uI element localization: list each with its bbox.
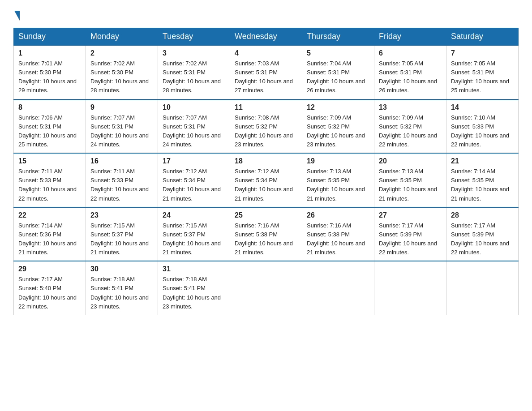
day-number: 27 (379, 211, 442, 219)
day-cell: 26 Sunrise: 7:16 AMSunset: 5:38 PMDaylig… (302, 207, 374, 261)
day-number: 15 (18, 157, 81, 165)
day-cell: 3 Sunrise: 7:02 AMSunset: 5:31 PMDayligh… (158, 45, 230, 99)
day-info: Sunrise: 7:07 AMSunset: 5:31 PMDaylight:… (163, 114, 221, 148)
day-info: Sunrise: 7:13 AMSunset: 5:35 PMDaylight:… (379, 168, 437, 201)
day-number: 21 (451, 157, 514, 165)
day-info: Sunrise: 7:15 AMSunset: 5:37 PMDaylight:… (163, 222, 221, 256)
day-info: Sunrise: 7:16 AMSunset: 5:38 PMDaylight:… (235, 222, 293, 256)
day-number: 6 (379, 49, 442, 57)
day-number: 4 (235, 49, 297, 57)
day-cell: 4 Sunrise: 7:03 AMSunset: 5:31 PMDayligh… (230, 45, 302, 99)
day-info: Sunrise: 7:02 AMSunset: 5:31 PMDaylight:… (163, 60, 221, 94)
day-number: 25 (235, 211, 297, 219)
day-cell: 17 Sunrise: 7:12 AMSunset: 5:34 PMDaylig… (158, 153, 230, 207)
week-row: 1 Sunrise: 7:01 AMSunset: 5:30 PMDayligh… (14, 45, 519, 99)
day-cell: 2 Sunrise: 7:02 AMSunset: 5:30 PMDayligh… (86, 45, 158, 99)
day-info: Sunrise: 7:17 AMSunset: 5:39 PMDaylight:… (379, 222, 437, 256)
day-cell: 21 Sunrise: 7:14 AMSunset: 5:35 PMDaylig… (446, 153, 519, 207)
week-row: 29 Sunrise: 7:17 AMSunset: 5:40 PMDaylig… (14, 261, 519, 315)
day-info: Sunrise: 7:18 AMSunset: 5:41 PMDaylight:… (90, 276, 149, 309)
day-of-week-header: Saturday (446, 28, 519, 46)
day-cell: 11 Sunrise: 7:08 AMSunset: 5:32 PMDaylig… (230, 99, 302, 154)
day-info: Sunrise: 7:05 AMSunset: 5:31 PMDaylight:… (379, 60, 437, 94)
day-number: 16 (90, 157, 153, 165)
week-row: 22 Sunrise: 7:14 AMSunset: 5:36 PMDaylig… (14, 207, 519, 261)
day-header-row: SundayMondayTuesdayWednesdayThursdayFrid… (14, 28, 519, 46)
day-cell: 1 Sunrise: 7:01 AMSunset: 5:30 PMDayligh… (14, 45, 86, 99)
day-number: 5 (307, 49, 369, 57)
day-number: 11 (235, 103, 297, 111)
day-info: Sunrise: 7:17 AMSunset: 5:39 PMDaylight:… (451, 222, 509, 256)
day-number: 1 (18, 49, 81, 57)
day-of-week-header: Friday (374, 28, 446, 46)
day-number: 2 (90, 49, 153, 57)
day-number: 22 (18, 211, 81, 219)
day-cell: 12 Sunrise: 7:09 AMSunset: 5:32 PMDaylig… (302, 99, 374, 154)
day-number: 18 (235, 157, 297, 165)
day-number: 26 (307, 211, 369, 219)
day-info: Sunrise: 7:02 AMSunset: 5:30 PMDaylight:… (90, 60, 149, 94)
day-info: Sunrise: 7:18 AMSunset: 5:41 PMDaylight:… (163, 276, 221, 309)
day-cell: 27 Sunrise: 7:17 AMSunset: 5:39 PMDaylig… (374, 207, 446, 261)
day-number: 19 (307, 157, 369, 165)
day-cell (446, 261, 519, 315)
day-cell: 19 Sunrise: 7:13 AMSunset: 5:35 PMDaylig… (302, 153, 374, 207)
calendar-table: SundayMondayTuesdayWednesdayThursdayFrid… (13, 28, 519, 315)
day-number: 17 (163, 157, 225, 165)
day-info: Sunrise: 7:11 AMSunset: 5:33 PMDaylight:… (18, 168, 77, 201)
day-number: 31 (163, 265, 225, 273)
day-number: 13 (379, 103, 442, 111)
day-number: 10 (163, 103, 225, 111)
day-info: Sunrise: 7:12 AMSunset: 5:34 PMDaylight:… (163, 168, 221, 201)
day-info: Sunrise: 7:14 AMSunset: 5:35 PMDaylight:… (451, 168, 509, 201)
day-info: Sunrise: 7:13 AMSunset: 5:35 PMDaylight:… (307, 168, 365, 201)
day-info: Sunrise: 7:01 AMSunset: 5:30 PMDaylight:… (18, 60, 77, 94)
day-cell: 15 Sunrise: 7:11 AMSunset: 5:33 PMDaylig… (14, 153, 86, 207)
day-cell: 5 Sunrise: 7:04 AMSunset: 5:31 PMDayligh… (302, 45, 374, 99)
day-info: Sunrise: 7:14 AMSunset: 5:36 PMDaylight:… (18, 222, 77, 256)
day-cell: 9 Sunrise: 7:07 AMSunset: 5:31 PMDayligh… (86, 99, 158, 154)
day-info: Sunrise: 7:10 AMSunset: 5:33 PMDaylight:… (451, 114, 509, 148)
logo (13, 11, 20, 20)
day-of-week-header: Tuesday (158, 28, 230, 46)
day-number: 9 (90, 103, 153, 111)
day-number: 3 (163, 49, 225, 57)
day-cell: 30 Sunrise: 7:18 AMSunset: 5:41 PMDaylig… (86, 261, 158, 315)
day-cell (302, 261, 374, 315)
day-info: Sunrise: 7:17 AMSunset: 5:40 PMDaylight:… (18, 276, 77, 309)
day-cell: 8 Sunrise: 7:06 AMSunset: 5:31 PMDayligh… (14, 99, 86, 154)
day-info: Sunrise: 7:12 AMSunset: 5:34 PMDaylight:… (235, 168, 293, 201)
day-cell: 18 Sunrise: 7:12 AMSunset: 5:34 PMDaylig… (230, 153, 302, 207)
day-cell: 29 Sunrise: 7:17 AMSunset: 5:40 PMDaylig… (14, 261, 86, 315)
day-number: 14 (451, 103, 514, 111)
day-cell: 6 Sunrise: 7:05 AMSunset: 5:31 PMDayligh… (374, 45, 446, 99)
day-cell: 23 Sunrise: 7:15 AMSunset: 5:37 PMDaylig… (86, 207, 158, 261)
day-of-week-header: Monday (86, 28, 158, 46)
day-cell: 28 Sunrise: 7:17 AMSunset: 5:39 PMDaylig… (446, 207, 519, 261)
day-cell: 25 Sunrise: 7:16 AMSunset: 5:38 PMDaylig… (230, 207, 302, 261)
day-cell: 13 Sunrise: 7:09 AMSunset: 5:32 PMDaylig… (374, 99, 446, 154)
day-number: 23 (90, 211, 153, 219)
week-row: 8 Sunrise: 7:06 AMSunset: 5:31 PMDayligh… (14, 99, 519, 154)
day-number: 12 (307, 103, 369, 111)
day-cell (374, 261, 446, 315)
day-info: Sunrise: 7:07 AMSunset: 5:31 PMDaylight:… (90, 114, 149, 148)
day-number: 30 (90, 265, 153, 273)
day-info: Sunrise: 7:16 AMSunset: 5:38 PMDaylight:… (307, 222, 365, 256)
day-number: 8 (18, 103, 81, 111)
logo-text (13, 11, 20, 21)
day-info: Sunrise: 7:05 AMSunset: 5:31 PMDaylight:… (451, 60, 509, 94)
day-number: 20 (379, 157, 442, 165)
header (13, 11, 519, 20)
day-cell: 24 Sunrise: 7:15 AMSunset: 5:37 PMDaylig… (158, 207, 230, 261)
day-cell: 22 Sunrise: 7:14 AMSunset: 5:36 PMDaylig… (14, 207, 86, 261)
logo-triangle-icon (14, 11, 20, 21)
day-info: Sunrise: 7:09 AMSunset: 5:32 PMDaylight:… (379, 114, 437, 148)
day-cell: 7 Sunrise: 7:05 AMSunset: 5:31 PMDayligh… (446, 45, 519, 99)
day-cell: 20 Sunrise: 7:13 AMSunset: 5:35 PMDaylig… (374, 153, 446, 207)
day-info: Sunrise: 7:15 AMSunset: 5:37 PMDaylight:… (90, 222, 149, 256)
day-cell: 10 Sunrise: 7:07 AMSunset: 5:31 PMDaylig… (158, 99, 230, 154)
day-cell: 16 Sunrise: 7:11 AMSunset: 5:33 PMDaylig… (86, 153, 158, 207)
day-cell: 31 Sunrise: 7:18 AMSunset: 5:41 PMDaylig… (158, 261, 230, 315)
day-info: Sunrise: 7:06 AMSunset: 5:31 PMDaylight:… (18, 114, 77, 148)
